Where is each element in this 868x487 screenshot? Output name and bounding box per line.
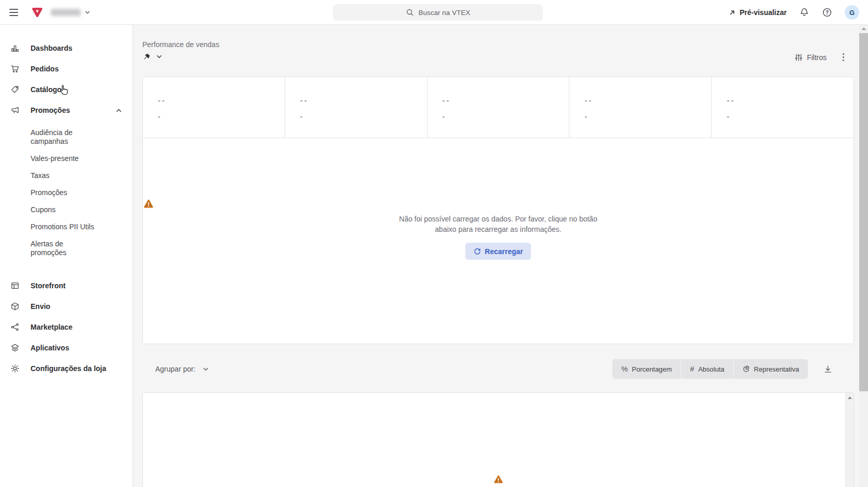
- scrollbar-thumb[interactable]: [859, 33, 868, 391]
- submenu-item-vales-presente[interactable]: Vales-presente: [31, 150, 133, 167]
- stat-label-placeholder: -: [158, 112, 285, 121]
- svg-text:?: ?: [826, 10, 829, 16]
- warning-icon: [143, 198, 154, 210]
- scroll-up-arrow-icon[interactable]: [848, 396, 852, 399]
- sidebar-item-label: Configurações da loja: [31, 364, 106, 373]
- error-state: Não foi possível carregar os dados. Por …: [143, 198, 854, 260]
- sidebar-item-configuracoes[interactable]: Configurações da loja: [0, 362, 133, 375]
- more-options-icon[interactable]: [841, 52, 846, 63]
- stat-card: -- -: [712, 77, 854, 138]
- search-icon: [406, 8, 414, 17]
- vtex-logo-icon[interactable]: [31, 6, 43, 19]
- dashboard-toolbar: [143, 53, 163, 61]
- avatar[interactable]: G: [845, 5, 859, 20]
- error-message: Não foi possível carregar os dados. Por …: [143, 214, 854, 234]
- bar-chart-icon: [10, 43, 20, 53]
- cart-icon: [10, 64, 20, 73]
- sidebar-item-label: Dashboards: [31, 44, 72, 52]
- pin-icon[interactable]: [143, 53, 151, 61]
- scroll-up-arrow-icon[interactable]: [862, 27, 866, 30]
- chevron-down-icon: [202, 366, 209, 373]
- chevron-up-icon: [115, 107, 122, 114]
- stat-label-placeholder: -: [300, 112, 427, 121]
- sidebar-item-label: Aplicativos: [31, 344, 69, 352]
- pie-chart-icon: [743, 365, 750, 373]
- sidebar-item-label: Marketplace: [31, 323, 72, 331]
- package-icon: [10, 302, 20, 311]
- topbar: Buscar na VTEX Pré-visualizar ? G: [0, 0, 868, 25]
- group-by-label: Agrupar por:: [155, 365, 196, 373]
- sidebar-item-label: Storefront: [31, 282, 66, 290]
- stat-cards-row: -- - -- - -- - -- - -- -: [143, 77, 854, 138]
- sidebar-item-pedidos[interactable]: Pedidos: [0, 62, 133, 76]
- submenu-item-audiencia[interactable]: Audiência de campanhas: [31, 124, 133, 150]
- sidebar-item-label: Pedidos: [31, 65, 58, 73]
- submenu-item-promotions-pii-utils[interactable]: Promotions PII Utils: [31, 218, 133, 235]
- search-input[interactable]: Buscar na VTEX: [333, 4, 543, 21]
- submenu-item-taxas[interactable]: Taxas: [31, 167, 133, 184]
- account-switcher[interactable]: [51, 9, 91, 16]
- panel-scrollbar[interactable]: [845, 393, 854, 487]
- stat-label-placeholder: -: [443, 112, 569, 121]
- percent-icon: %: [621, 365, 627, 373]
- percentage-view-button[interactable]: % Porcentagem: [612, 359, 681, 379]
- main-content: Performance de vendas Filtros --: [133, 25, 859, 487]
- page-scrollbar[interactable]: [859, 25, 868, 487]
- layers-icon: [10, 343, 20, 352]
- sales-performance-panel: -- - -- - -- - -- - -- -: [142, 77, 854, 344]
- sidebar-item-aplicativos[interactable]: Aplicativos: [0, 341, 133, 355]
- hash-icon: #: [690, 365, 694, 373]
- stat-label-placeholder: -: [584, 112, 711, 121]
- sidebar-item-envio[interactable]: Envio: [0, 300, 133, 313]
- sidebar-item-label: Catálogo: [31, 85, 62, 94]
- stat-card: -- -: [569, 77, 712, 138]
- promocoes-submenu: Audiência de campanhas Vales-presente Ta…: [31, 124, 133, 261]
- sidebar-item-label: Promoções: [31, 106, 70, 114]
- group-by-dropdown[interactable]: Agrupar por:: [155, 365, 209, 373]
- sidebar-item-promocoes[interactable]: Promoções: [0, 104, 133, 117]
- table-controls-row: Agrupar por: % Porcentagem # Absoluta: [142, 359, 854, 379]
- representative-view-button[interactable]: Representativa: [734, 359, 808, 379]
- submenu-item-promocoes[interactable]: Promoções: [31, 184, 133, 201]
- preview-label: Pré-visualizar: [740, 8, 787, 17]
- refresh-icon: [474, 248, 481, 255]
- stat-value-placeholder: --: [584, 96, 711, 105]
- page-title: Performance de vendas: [142, 40, 219, 49]
- absolute-view-button[interactable]: # Absoluta: [681, 359, 733, 379]
- warning-icon: [493, 474, 504, 485]
- gear-icon: [10, 364, 20, 373]
- stat-value-placeholder: --: [443, 96, 569, 105]
- stat-value-placeholder: --: [158, 96, 285, 105]
- account-name-blurred: [51, 9, 81, 16]
- filters-button[interactable]: Filtros: [795, 53, 827, 62]
- tag-icon: [10, 85, 20, 94]
- dashboard-actions: Filtros: [795, 52, 846, 63]
- stat-card: -- -: [143, 77, 285, 138]
- sidebar-item-label: Envio: [31, 302, 50, 311]
- arrow-up-right-icon: [728, 9, 736, 17]
- preview-button[interactable]: Pré-visualizar: [728, 8, 787, 17]
- filters-label: Filtros: [807, 53, 827, 62]
- bell-icon[interactable]: [799, 7, 810, 18]
- chevron-down-icon[interactable]: [156, 53, 163, 60]
- download-icon[interactable]: [823, 365, 832, 374]
- reload-button[interactable]: Recarregar: [465, 243, 532, 260]
- share-icon: [10, 322, 20, 332]
- vtex-admin-app: Buscar na VTEX Pré-visualizar ? G: [0, 0, 868, 487]
- help-icon[interactable]: ?: [822, 7, 832, 18]
- stat-value-placeholder: --: [300, 96, 427, 105]
- view-mode-controls: % Porcentagem # Absoluta Representativa: [612, 359, 854, 379]
- megaphone-icon: [10, 106, 20, 115]
- chevron-down-icon: [84, 9, 91, 16]
- reload-label: Recarregar: [485, 247, 523, 256]
- submenu-item-alertas[interactable]: Alertas de promoções: [31, 235, 133, 261]
- sidebar-item-storefront[interactable]: Storefront: [0, 279, 133, 292]
- submenu-item-cupons[interactable]: Cupons: [31, 201, 133, 218]
- sidebar-item-dashboards[interactable]: Dashboards: [0, 41, 133, 55]
- view-mode-segmented-control: % Porcentagem # Absoluta Representativa: [612, 359, 808, 379]
- storefront-icon: [10, 281, 20, 290]
- sidebar-item-marketplace[interactable]: Marketplace: [0, 320, 133, 334]
- stat-value-placeholder: --: [727, 96, 854, 105]
- search-placeholder: Buscar na VTEX: [419, 9, 470, 17]
- menu-icon[interactable]: [9, 6, 22, 19]
